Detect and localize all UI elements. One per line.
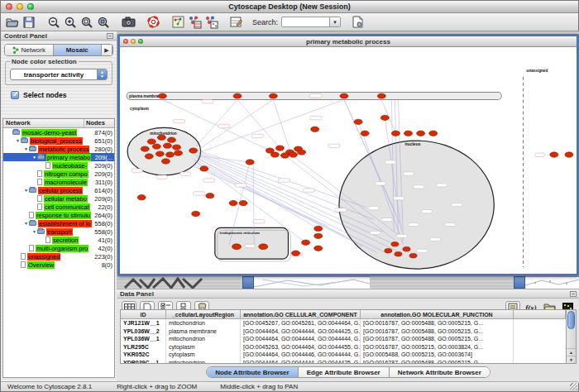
tab-mosaic[interactable]: Mosaic xyxy=(54,45,103,55)
hide-attribute-browser-button[interactable] xyxy=(203,15,219,30)
network-desktop: primary metabolic process nucleus plasma… xyxy=(117,31,579,289)
background-window-edge-2[interactable] xyxy=(514,276,525,289)
camera-icon xyxy=(122,17,136,27)
tree-row[interactable]: ▼metabolic process280(0) xyxy=(3,145,114,153)
view-close-button[interactable] xyxy=(123,39,128,44)
status-pan-hint: Middle-click + drag to PAN xyxy=(220,383,298,390)
view-minimize-button[interactable] xyxy=(131,39,136,44)
scrollbar-thumb[interactable] xyxy=(567,311,575,329)
table-cell xyxy=(514,335,566,343)
search-dropdown-button[interactable]: ▼ xyxy=(329,17,340,26)
data-panel-float-icon[interactable] xyxy=(570,291,577,297)
data-panel: Data Panel f(x) xyxy=(117,289,579,383)
tree-row[interactable]: ▼establishment of lo558(0) xyxy=(3,219,114,227)
tree-row[interactable]: ▼biological_process651(0) xyxy=(3,136,114,145)
column-molecular-function[interactable]: annotation.GO MOLECULAR_FUNCTION xyxy=(361,310,514,318)
nucleus-ellipse[interactable] xyxy=(339,141,494,269)
expander-icon[interactable]: ▼ xyxy=(31,155,37,160)
more-tabs-button[interactable]: ▶ xyxy=(102,45,112,55)
open-file-button[interactable] xyxy=(4,15,21,30)
expander-icon[interactable]: ▼ xyxy=(23,221,29,226)
expander-icon[interactable]: ▼ xyxy=(23,188,29,193)
open-folder-icon xyxy=(6,17,19,28)
resize-grip[interactable] xyxy=(570,383,577,390)
tree-row[interactable]: ▼primary metabo209(... xyxy=(3,153,114,161)
window-titlebar[interactable]: Cytoscape Desktop (New Session) xyxy=(1,1,578,13)
column-region[interactable]: _cellularLayoutRegion xyxy=(166,310,241,318)
tree-row[interactable]: cell communicat22(0) xyxy=(3,203,114,211)
zoom-selected-button[interactable] xyxy=(95,15,112,30)
tree-row[interactable]: cellular metabo209(0) xyxy=(3,194,114,203)
tree-row[interactable]: unassigned223(0) xyxy=(3,252,114,261)
select-nodes-checkbox[interactable] xyxy=(11,91,19,99)
table-cell: mitochondrion xyxy=(166,335,241,343)
tab-node-attribute-browser[interactable]: Node Attribute Browser xyxy=(207,367,299,377)
nucleus-label: nucleus xyxy=(404,141,420,146)
node-color-dropdown[interactable]: transporter activity ▲▼ xyxy=(10,69,108,80)
table-cell: mitochondrion xyxy=(166,319,241,327)
annotation-edit-button[interactable] xyxy=(227,15,244,30)
network-canvas[interactable]: nucleus plasma membrane cytoplasm unassi… xyxy=(120,47,577,274)
background-window-strip[interactable] xyxy=(254,276,370,289)
tree-column-nodes[interactable]: Nodes xyxy=(84,119,114,127)
search-box[interactable]: ▼ xyxy=(281,17,341,27)
zoom-in-button[interactable] xyxy=(62,15,79,30)
minimize-window-button[interactable] xyxy=(17,3,23,10)
network-view-title: primary metabolic process xyxy=(120,38,577,45)
network-leaf-icon xyxy=(45,237,50,243)
tree-row[interactable]: macromolecule311(0) xyxy=(3,178,114,186)
tree-row[interactable]: nucleobase-209(0) xyxy=(3,161,114,170)
search-input[interactable] xyxy=(282,17,329,26)
scroll-down-arrow[interactable]: ▼ xyxy=(567,356,576,363)
table-row[interactable]: YLR295Ccytoplasm[GO:0045263, GO:0044464,… xyxy=(121,343,566,351)
search-options-button[interactable] xyxy=(349,15,366,30)
plasma-membrane-label: plasma membrane xyxy=(129,94,163,98)
tree-row[interactable]: response to stimulu264(0) xyxy=(3,211,114,219)
zoom-window-button[interactable] xyxy=(27,3,34,10)
network-view-titlebar[interactable]: primary metabolic process xyxy=(120,36,577,47)
network-leaf-icon xyxy=(37,203,42,210)
tree-row[interactable]: Overview8(0) xyxy=(3,261,114,269)
expander-icon[interactable]: ▼ xyxy=(23,146,29,151)
table-row[interactable]: YPL036W__2plasma membrane[GO:0044464, GO… xyxy=(121,327,566,336)
zoom-fit-button[interactable] xyxy=(79,15,95,30)
tree-row[interactable]: mosaic-demo-yeast874(0) xyxy=(3,128,114,136)
column-cellular-component[interactable]: annotation.GO CELLULAR_COMPONENT xyxy=(241,310,361,318)
tree-row[interactable]: secretion41(0) xyxy=(3,236,114,244)
expander-icon[interactable]: ▼ xyxy=(31,229,37,234)
table-row[interactable]: YDR039C__1mitochondrion[GO:0044464, GO:0… xyxy=(121,359,566,364)
view-zoom-button[interactable] xyxy=(138,39,143,44)
float-panel-icon[interactable] xyxy=(107,33,113,39)
close-window-button[interactable] xyxy=(6,3,12,10)
zoom-in-icon xyxy=(64,16,77,29)
show-attribute-browser-button[interactable] xyxy=(186,15,203,30)
table-scrollbar[interactable]: ▲ ▼ xyxy=(566,310,576,363)
tab-edge-attribute-browser[interactable]: Edge Attribute Browser xyxy=(299,367,390,377)
network-overview-button[interactable] xyxy=(170,15,186,30)
background-window-edge[interactable] xyxy=(242,276,254,289)
network-tree-header[interactable]: Network Nodes xyxy=(3,119,114,128)
network-view-window[interactable]: primary metabolic process nucleus plasma… xyxy=(117,34,579,276)
tab-network-attribute-browser[interactable]: Network Attribute Browser xyxy=(390,367,490,377)
zoom-out-button[interactable] xyxy=(45,15,62,30)
table-row[interactable]: YJR121W__1mitochondrion[GO:0045267, GO:0… xyxy=(121,319,566,327)
help-button[interactable] xyxy=(145,15,161,30)
network-snapshot-button[interactable] xyxy=(120,15,136,30)
table-row[interactable]: YPL036W__1mitochondrion[GO:0044464, GO:0… xyxy=(121,335,566,343)
scroll-up-arrow[interactable]: ▲ xyxy=(567,348,576,356)
tree-row-label: unassigned xyxy=(27,253,60,261)
tree-row[interactable]: ▼cellular process614(0) xyxy=(3,186,114,194)
tree-column-network[interactable]: Network xyxy=(3,119,84,127)
tree-row[interactable]: nitrogen compo209(0) xyxy=(3,170,114,178)
table-cell: plasma membrane xyxy=(166,327,241,336)
column-id[interactable]: ID xyxy=(121,310,166,318)
tree-row[interactable]: ▼transport558(0) xyxy=(3,227,114,236)
attribute-table-header[interactable]: ID _cellularLayoutRegion annotation.GO C… xyxy=(121,310,566,319)
table-row[interactable]: YKR052Ccytoplasm[GO:0044464, GO:0044446,… xyxy=(121,351,566,359)
tab-network[interactable]: Network xyxy=(5,45,54,55)
save-session-button[interactable] xyxy=(21,15,37,30)
tree-row[interactable]: multi-organism pro42(0) xyxy=(3,244,114,252)
expander-icon[interactable]: ▼ xyxy=(15,138,21,143)
background-window-strip-2[interactable] xyxy=(525,276,579,289)
select-nodes-label: Select nodes xyxy=(23,91,66,99)
